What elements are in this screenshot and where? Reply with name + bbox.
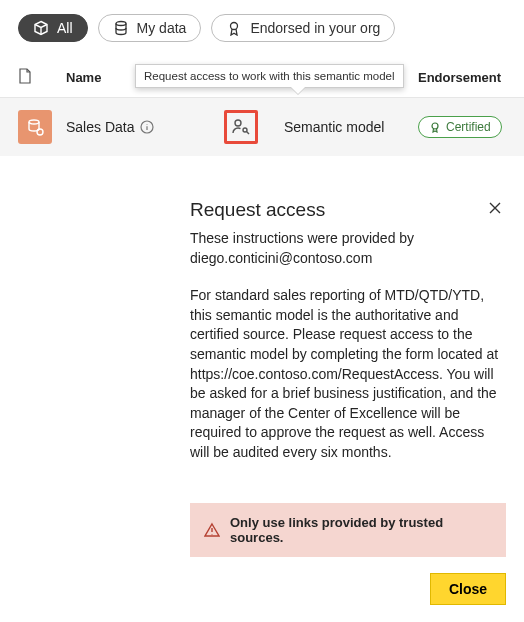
- filter-all[interactable]: All: [18, 14, 88, 42]
- table-header: Name Endorsement Request access to work …: [0, 56, 524, 98]
- close-button[interactable]: Close: [430, 573, 506, 605]
- filter-endorsed[interactable]: Endorsed in your org: [211, 14, 395, 42]
- dataset-icon: [26, 118, 44, 136]
- table-row[interactable]: Sales Data Semantic model Certified: [0, 98, 524, 156]
- certified-icon: [429, 121, 441, 133]
- page-icon: [18, 68, 32, 84]
- warning-icon: [204, 522, 220, 538]
- svg-point-7: [432, 123, 438, 129]
- popover-title: Request access: [190, 199, 325, 221]
- tooltip-text: Request access to work with this semanti…: [144, 70, 395, 82]
- filter-my-data[interactable]: My data: [98, 14, 202, 42]
- request-access-popover: Request access These instructions were p…: [184, 185, 512, 605]
- svg-point-5: [235, 120, 241, 126]
- cube-icon: [33, 20, 49, 36]
- endorsement-badge: Certified: [418, 116, 502, 138]
- column-icon-header: [18, 68, 58, 87]
- info-icon[interactable]: [140, 120, 154, 134]
- filter-bar: All My data Endorsed in your org: [0, 0, 524, 56]
- filter-all-label: All: [57, 20, 73, 36]
- row-name-cell: Sales Data: [58, 119, 218, 135]
- svg-point-1: [231, 23, 238, 30]
- request-access-button[interactable]: [224, 110, 258, 144]
- svg-point-6: [243, 128, 247, 132]
- warning-text: Only use links provided by trusted sourc…: [230, 515, 492, 545]
- column-endorsement-header[interactable]: Endorsement: [418, 70, 506, 85]
- badge-label: Certified: [446, 120, 491, 134]
- svg-point-2: [29, 120, 39, 124]
- warning-box: Only use links provided by trusted sourc…: [190, 503, 506, 557]
- dataset-icon-tile: [18, 110, 52, 144]
- row-name: Sales Data: [66, 119, 134, 135]
- row-type: Semantic model: [278, 119, 418, 135]
- filter-my-data-label: My data: [137, 20, 187, 36]
- ribbon-icon: [226, 20, 242, 36]
- filter-endorsed-label: Endorsed in your org: [250, 20, 380, 36]
- close-icon[interactable]: [484, 199, 506, 221]
- person-key-icon: [231, 117, 251, 137]
- svg-point-0: [116, 22, 126, 26]
- svg-point-3: [37, 129, 43, 135]
- database-icon: [113, 20, 129, 36]
- popover-provided-by: These instructions were provided by dieg…: [190, 229, 506, 268]
- popover-message: For standard sales reporting of MTD/QTD/…: [190, 286, 506, 462]
- tooltip: Request access to work with this semanti…: [135, 64, 404, 88]
